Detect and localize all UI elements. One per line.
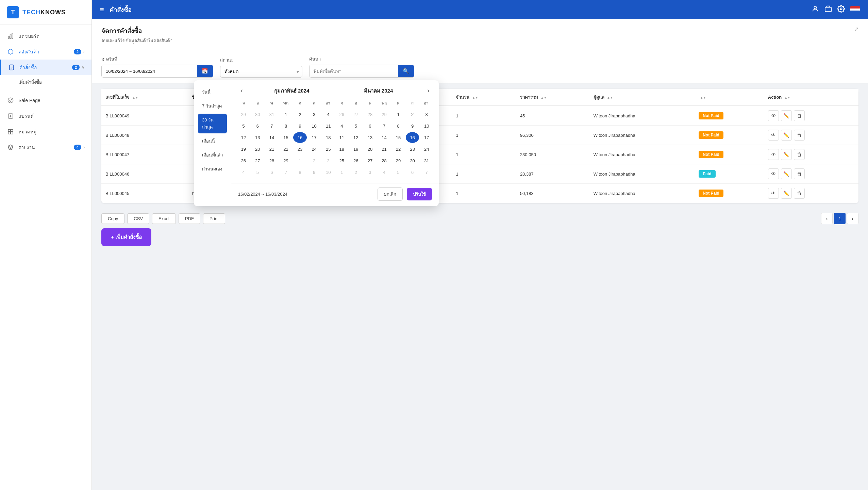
calendar-day[interactable]: 4 (335, 120, 349, 131)
calendar-day[interactable]: 12 (349, 132, 363, 143)
col-quantity[interactable]: จำนวน ▲▼ (452, 89, 516, 106)
calendar-day[interactable]: 15 (279, 132, 293, 143)
calendar-day[interactable]: 24 (420, 144, 433, 154)
calendar-day[interactable]: 16 (293, 132, 307, 143)
calendar-day[interactable]: 30 (406, 155, 419, 166)
view-button[interactable]: 👁 (768, 168, 779, 179)
calendar-day[interactable]: 29 (391, 155, 405, 166)
calendar-day[interactable]: 25 (321, 144, 335, 154)
calendar-day[interactable]: 7 (265, 120, 279, 131)
shortcut-this-month[interactable]: เดือนนี้ (198, 135, 227, 147)
calendar-day[interactable]: 24 (307, 144, 321, 154)
csv-button[interactable]: CSV (127, 213, 149, 224)
col-status[interactable]: ▲▼ (695, 89, 764, 106)
calendar-day[interactable]: 27 (251, 155, 265, 166)
calendar-day[interactable]: 10 (420, 120, 433, 131)
sidebar-item-brand[interactable]: แบรนด์ (0, 108, 91, 124)
add-order-button[interactable]: + เพิ่มคำสั่งซื้อ (101, 228, 151, 246)
calendar-day[interactable]: 26 (349, 155, 363, 166)
calendar-day[interactable]: 6 (251, 120, 265, 131)
calendar-day[interactable]: 23 (406, 144, 419, 154)
calendar-day[interactable]: 11 (335, 132, 349, 143)
calendar-day[interactable]: 12 (237, 132, 250, 143)
view-button[interactable]: 👁 (768, 130, 779, 141)
view-button[interactable]: 👁 (768, 149, 779, 160)
sidebar-item-orders[interactable]: คำสั่งซื้อ 2 ∨ (0, 60, 91, 75)
calendar-day[interactable]: 7 (378, 120, 391, 131)
calendar-day[interactable]: 16 (406, 132, 419, 143)
delete-button[interactable]: 🗑 (794, 168, 805, 179)
calendar-day[interactable]: 31 (420, 155, 433, 166)
calendar-day[interactable]: 17 (307, 132, 321, 143)
sidebar-subitem-add-order[interactable]: เพิ่มคำสั่งซื้อ (0, 75, 91, 89)
calendar-day[interactable]: 22 (391, 144, 405, 154)
settings-icon[interactable] (837, 5, 845, 14)
sidebar-item-category[interactable]: หมวดหมู่ (0, 124, 91, 140)
calendar-day[interactable]: 9 (406, 120, 419, 131)
calendar-day[interactable]: 29 (279, 155, 293, 166)
calendar-day[interactable]: 11 (321, 120, 335, 131)
calendar-apply-button[interactable]: ปรับใช้ (407, 188, 432, 200)
calendar-day[interactable]: 8 (279, 120, 293, 131)
calendar-day[interactable]: 2 (406, 109, 419, 120)
calendar-day[interactable]: 19 (237, 144, 250, 154)
delete-button[interactable]: 🗑 (794, 110, 805, 121)
print-button[interactable]: Print (203, 213, 225, 224)
calendar-day[interactable]: 15 (391, 132, 405, 143)
menu-icon[interactable]: ≡ (100, 6, 104, 14)
edit-button[interactable]: ✏️ (781, 110, 792, 121)
edit-button[interactable]: ✏️ (781, 149, 792, 160)
calendar-day[interactable]: 4 (321, 109, 335, 120)
calendar-day[interactable]: 18 (321, 132, 335, 143)
calendar-day[interactable]: 9 (293, 120, 307, 131)
calendar-day[interactable]: 23 (293, 144, 307, 154)
calendar-day[interactable]: 26 (237, 155, 250, 166)
date-range-input[interactable] (102, 66, 197, 77)
view-button[interactable]: 👁 (768, 188, 779, 199)
calendar-day[interactable]: 10 (307, 120, 321, 131)
calendar-day[interactable]: 2 (293, 109, 307, 120)
expand-icon[interactable]: ⤢ (854, 26, 858, 32)
status-select[interactable]: ทั้งหมด Paid Not Paid (220, 66, 302, 77)
calendar-day[interactable]: 20 (251, 144, 265, 154)
page-1-button[interactable]: 1 (834, 213, 846, 224)
col-responsible[interactable]: ผู้ดูแล ▲▼ (589, 89, 695, 106)
calendar-day[interactable]: 5 (349, 120, 363, 131)
col-bill-no[interactable]: เลขที่ใบเสร็จ ▲▼ (101, 89, 188, 106)
calendar-day[interactable]: 14 (265, 132, 279, 143)
calendar-day[interactable]: 5 (237, 120, 250, 131)
calendar-day[interactable]: 20 (363, 144, 377, 154)
shortcut-today[interactable]: วันนี้ (198, 86, 227, 98)
calendar-day[interactable]: 27 (363, 155, 377, 166)
calendar-day[interactable]: 18 (335, 144, 349, 154)
notification-icon[interactable] (824, 5, 832, 14)
calendar-day[interactable]: 21 (265, 144, 279, 154)
calendar-day[interactable]: 19 (349, 144, 363, 154)
calendar-day[interactable]: 1 (391, 109, 405, 120)
page-prev-button[interactable]: ‹ (821, 213, 833, 224)
view-button[interactable]: 👁 (768, 110, 779, 121)
calendar-cancel-button[interactable]: ยกเลิก (378, 187, 403, 201)
calendar-day[interactable]: 13 (251, 132, 265, 143)
user-icon[interactable] (812, 5, 819, 14)
edit-button[interactable]: ✏️ (781, 130, 792, 141)
sidebar-item-inventory[interactable]: คลังสินค้า 2 › (0, 44, 91, 60)
shortcut-7days[interactable]: 7 วันล่าสุด (198, 100, 227, 112)
copy-button[interactable]: Copy (101, 213, 124, 224)
edit-button[interactable]: ✏️ (781, 168, 792, 179)
calendar-prev-button[interactable]: ‹ (238, 86, 246, 96)
calendar-day[interactable]: 3 (307, 109, 321, 120)
shortcut-30days[interactable]: 30 วันล่าสุด (198, 114, 227, 133)
sidebar-item-report[interactable]: รายงาน 4 › (0, 140, 91, 155)
calendar-next-button[interactable]: › (424, 86, 432, 96)
calendar-button[interactable]: 📅 (197, 65, 213, 77)
calendar-day[interactable]: 28 (265, 155, 279, 166)
search-button[interactable]: 🔍 (398, 65, 414, 77)
calendar-day[interactable]: 14 (378, 132, 391, 143)
delete-button[interactable]: 🗑 (794, 130, 805, 141)
calendar-day[interactable]: 21 (378, 144, 391, 154)
calendar-day[interactable]: 13 (363, 132, 377, 143)
col-total[interactable]: ราคารวม ▲▼ (516, 89, 589, 106)
delete-button[interactable]: 🗑 (794, 149, 805, 160)
calendar-day[interactable]: 1 (279, 109, 293, 120)
